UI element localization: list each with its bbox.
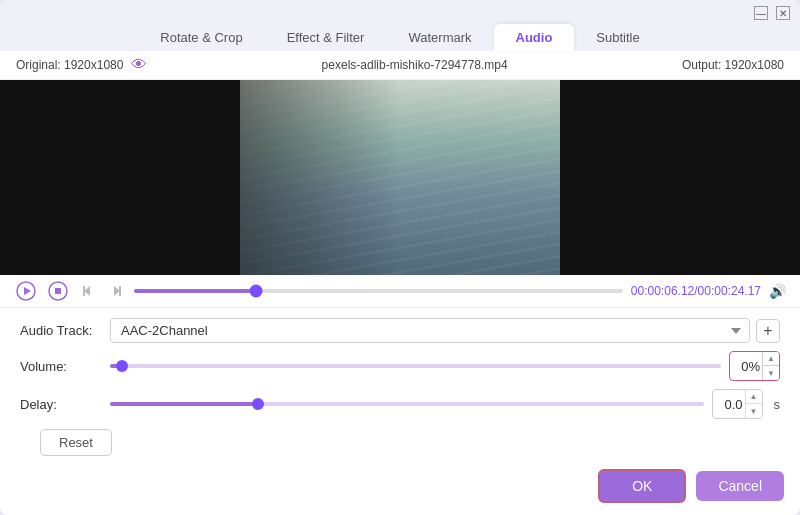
info-bar: Original: 1920x1080 👁 pexels-adlib-mishi… <box>0 51 800 80</box>
delay-slider-thumb <box>252 398 264 410</box>
delay-unit: s <box>774 397 781 412</box>
svg-marker-1 <box>24 287 31 295</box>
delay-input[interactable] <box>713 395 745 414</box>
svg-rect-5 <box>83 286 85 296</box>
volume-down-button[interactable]: ▼ <box>763 366 779 380</box>
video-frame <box>240 80 560 275</box>
next-button[interactable] <box>106 283 126 299</box>
audio-track-select[interactable]: AAC-2Channel Stereo Mono <box>110 318 750 343</box>
params-area: Audio Track: AAC-2Channel Stereo Mono + … <box>0 308 800 425</box>
volume-input[interactable] <box>730 357 762 376</box>
progress-track[interactable] <box>134 289 623 293</box>
delay-spinner: ▲ ▼ <box>745 390 762 418</box>
delay-slider-fill <box>110 402 258 406</box>
delay-label: Delay: <box>20 397 100 412</box>
volume-label: Volume: <box>20 359 100 374</box>
prev-button[interactable] <box>78 283 98 299</box>
filename: pexels-adlib-mishiko-7294778.mp4 <box>322 58 508 72</box>
video-overlay <box>240 80 400 275</box>
progress-thumb <box>250 285 263 298</box>
add-track-button[interactable]: + <box>756 319 780 343</box>
delay-slider-track[interactable] <box>110 402 704 406</box>
time-display: 00:00:06.12/00:00:24.17 <box>631 284 761 298</box>
volume-slider-thumb <box>116 360 128 372</box>
volume-row: Volume: ▲ ▼ <box>20 351 780 381</box>
svg-rect-7 <box>119 286 121 296</box>
main-window: — ✕ Rotate & Crop Effect & Filter Waterm… <box>0 0 800 515</box>
original-label: Original: 1920x1080 <box>16 58 123 72</box>
volume-icon[interactable]: 🔊 <box>769 283 786 299</box>
tab-effect-filter[interactable]: Effect & Filter <box>265 24 387 51</box>
delay-slider-wrap: ▲ ▼ s <box>110 389 780 419</box>
tab-audio[interactable]: Audio <box>494 24 575 51</box>
tab-rotate-crop[interactable]: Rotate & Crop <box>138 24 264 51</box>
progress-fill <box>134 289 256 293</box>
play-button[interactable] <box>14 281 38 301</box>
output-label: Output: 1920x1080 <box>682 58 784 72</box>
time-total: 00:00:24.17 <box>698 284 761 298</box>
cancel-button[interactable]: Cancel <box>696 471 784 501</box>
tabs-bar: Rotate & Crop Effect & Filter Watermark … <box>0 20 800 51</box>
volume-up-button[interactable]: ▲ <box>763 352 779 366</box>
video-content <box>240 80 560 275</box>
delay-down-button[interactable]: ▼ <box>746 404 762 418</box>
svg-rect-3 <box>55 288 61 294</box>
tab-subtitle[interactable]: Subtitle <box>574 24 661 51</box>
delay-value-box: ▲ ▼ <box>712 389 763 419</box>
reset-wrap: Reset <box>0 425 800 460</box>
content-area: Original: 1920x1080 👁 pexels-adlib-mishi… <box>0 51 800 515</box>
volume-slider-track[interactable] <box>110 364 721 368</box>
footer-bar: OK Cancel <box>0 461 800 515</box>
title-bar: — ✕ <box>0 0 800 20</box>
delay-up-button[interactable]: ▲ <box>746 390 762 404</box>
minimize-button[interactable]: — <box>754 6 768 20</box>
video-preview <box>0 80 800 275</box>
eye-icon[interactable]: 👁 <box>131 56 147 74</box>
info-left: Original: 1920x1080 👁 <box>16 56 147 74</box>
audio-track-row: Audio Track: AAC-2Channel Stereo Mono + <box>20 318 780 343</box>
controls-bar: 00:00:06.12/00:00:24.17 🔊 <box>0 275 800 308</box>
delay-row: Delay: ▲ ▼ s <box>20 389 780 419</box>
volume-slider-wrap: ▲ ▼ <box>110 351 780 381</box>
tab-watermark[interactable]: Watermark <box>386 24 493 51</box>
reset-button[interactable]: Reset <box>40 429 112 456</box>
ok-button[interactable]: OK <box>598 469 686 503</box>
volume-spinner: ▲ ▼ <box>762 352 779 380</box>
stop-button[interactable] <box>46 281 70 301</box>
close-button[interactable]: ✕ <box>776 6 790 20</box>
track-select-wrap: AAC-2Channel Stereo Mono + <box>110 318 780 343</box>
volume-value-box: ▲ ▼ <box>729 351 780 381</box>
time-current: 00:00:06.12 <box>631 284 694 298</box>
audio-track-label: Audio Track: <box>20 323 100 338</box>
